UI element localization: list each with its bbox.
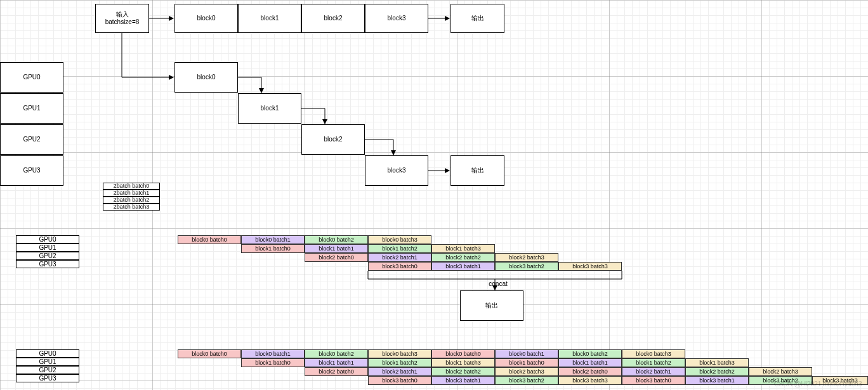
p2-r1c5: block1 batch1 [558, 358, 622, 367]
input-box: 输入 batchsize=8 [95, 4, 149, 33]
p2-r3c5: block3 batch1 [685, 376, 749, 385]
top-block0: block0 [174, 4, 238, 33]
p2-r0c2: block0 batch2 [305, 349, 368, 358]
p1-r0c2: block0 batch2 [305, 235, 368, 244]
p2-r0c4: block0 batch0 [431, 349, 495, 358]
stair-block1: block1 [238, 93, 301, 124]
top-block1: block1 [238, 4, 301, 33]
p2-r3c4: block3 batch0 [622, 376, 685, 385]
stair-block3: block3 [365, 155, 428, 186]
p1-r1c1: block1 batch1 [305, 244, 368, 253]
p1-r0c0: block0 batch0 [178, 235, 241, 244]
p1-gpu0: GPU0 [16, 235, 79, 244]
p1-r1c3: block1 batch3 [431, 244, 495, 253]
p1-r1c0: block1 batch0 [241, 244, 305, 253]
p1-r2c3: block2 batch3 [495, 253, 558, 262]
p1-gpu2: GPU2 [16, 252, 79, 260]
gpu2-box: GPU2 [0, 124, 63, 155]
p1-gpu3: GPU3 [16, 260, 79, 268]
p2-r2c5: block2 batch1 [622, 367, 685, 376]
p2-r1c3: block1 batch3 [431, 358, 495, 367]
p2-r1c7: block1 batch3 [685, 358, 749, 367]
watermark: CSDN @Hi2021 block3 batch3 [774, 380, 862, 387]
input-label2: batchsize=8 [105, 18, 140, 26]
p1-r2c2: block2 batch2 [431, 253, 495, 262]
top-block3: block3 [365, 4, 428, 33]
p2-r3c3: block3 batch3 [558, 376, 622, 385]
gpu1-box: GPU1 [0, 93, 63, 124]
p1-gpu1: GPU1 [16, 244, 79, 252]
p1-r3c1: block3 batch1 [431, 262, 495, 271]
p1-output: 输出 [460, 290, 523, 321]
gpu3-box: GPU3 [0, 155, 63, 186]
p2-r2c2: block2 batch2 [431, 367, 495, 376]
batch-split-row2: 2batch batch2 [103, 197, 160, 204]
p2-r3c1: block3 batch1 [431, 376, 495, 385]
p2-gpu0: GPU0 [16, 349, 79, 358]
batch-split-row0: 2batch batch0 [103, 183, 160, 190]
top-output: 输出 [450, 4, 504, 33]
p1-r3c0: block3 batch0 [368, 262, 431, 271]
p1-r1c2: block1 batch2 [368, 244, 431, 253]
p2-r2c7: block2 batch3 [749, 367, 812, 376]
p1-r2c1: block2 batch1 [368, 253, 431, 262]
p2-r1c1: block1 batch1 [305, 358, 368, 367]
p2-r3c2: block3 batch2 [495, 376, 558, 385]
stair-output: 输出 [450, 155, 504, 186]
stair-block2: block2 [301, 124, 365, 155]
p2-r0c1: block0 batch1 [241, 349, 305, 358]
p2-r0c0: block0 batch0 [178, 349, 241, 358]
p1-r0c3: block0 batch3 [368, 235, 431, 244]
p2-r2c1: block2 batch1 [368, 367, 431, 376]
batch-split-row3: 2batch batch3 [103, 204, 160, 211]
p2-r0c5: block0 batch1 [495, 349, 558, 358]
p2-r1c2: block1 batch2 [368, 358, 431, 367]
p1-r0c1: block0 batch1 [241, 235, 305, 244]
stair-block0: block0 [174, 62, 238, 93]
p2-r2c6: block2 batch2 [685, 367, 749, 376]
p2-r2c0: block2 batch0 [305, 367, 368, 376]
p2-r0c7: block0 batch3 [622, 349, 685, 358]
p2-gpu2: GPU2 [16, 366, 79, 374]
top-block2: block2 [301, 4, 365, 33]
batch-split-row1: 2batch batch1 [103, 190, 160, 197]
p1-r3c3: block3 batch3 [558, 262, 622, 271]
p2-r2c3: block2 batch3 [495, 367, 558, 376]
p2-r1c0: block1 batch0 [241, 358, 305, 367]
p2-r1c4: block1 batch0 [495, 358, 558, 367]
gpu0-box: GPU0 [0, 62, 63, 93]
p2-r1c6: block1 batch2 [622, 358, 685, 367]
p2-gpu1: GPU1 [16, 358, 79, 366]
input-label1: 输入 [105, 11, 140, 18]
p1-r2c0: block2 batch0 [305, 253, 368, 262]
p1-r3c2: block3 batch2 [495, 262, 558, 271]
concat-label: concat [482, 280, 514, 287]
p2-r3c0: block3 batch0 [368, 376, 431, 385]
p2-r0c6: block0 batch2 [558, 349, 622, 358]
p2-r0c3: block0 batch3 [368, 349, 431, 358]
p2-gpu3: GPU3 [16, 374, 79, 382]
p2-r2c4: block2 batch0 [558, 367, 622, 376]
